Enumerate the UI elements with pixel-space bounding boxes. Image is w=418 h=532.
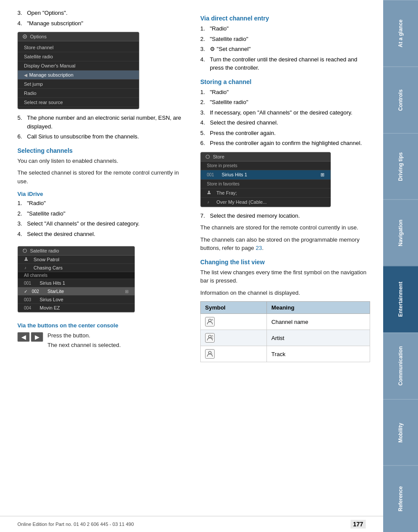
list-item: 4. Turn the controller until the desired…	[200, 55, 370, 72]
item-text: Press the controller again to confirm th…	[210, 139, 370, 148]
satellite-screen-header: Satellite radio	[18, 246, 135, 256]
item-text: "Satellite radio"	[27, 209, 187, 218]
music-note-icon: ♪	[24, 265, 30, 270]
list-item: 2. "Satellite radio"	[200, 98, 370, 107]
svg-point-7	[208, 191, 210, 192]
sidebar-tab-mobility[interactable]: Mobility	[383, 399, 418, 466]
item-number: 5.	[17, 114, 27, 131]
item-text: "Satellite radio"	[210, 98, 370, 107]
store-header: Store	[201, 152, 330, 162]
meaning-cell: Track	[267, 346, 370, 362]
via-buttons-heading: Via the buttons on the center console	[17, 322, 187, 329]
track-icon: ♪	[206, 350, 213, 357]
options-screen-header: Options	[18, 32, 139, 41]
via-buttons-text: Press the button. The next channel is se…	[47, 331, 121, 353]
options-row-manage: ◀ Manage subscription	[18, 71, 139, 80]
item-text: "Radio"	[210, 88, 370, 97]
artist-symbol	[205, 333, 215, 343]
store-in-presets-label: Store in presets	[201, 162, 330, 170]
prev-channel-button[interactable]: ◀	[17, 332, 30, 342]
satellite-icon	[22, 248, 27, 253]
sidebar-tab-at-a-glance[interactable]: At a glance	[383, 0, 418, 67]
list-item: 3. If necessary, open "All channels" or …	[200, 108, 370, 117]
selecting-para-1: You can only listen to enabled channels.	[17, 157, 187, 165]
options-row-jump: Set jump	[18, 80, 139, 89]
item-text: Select the desired channel.	[27, 230, 187, 239]
next-channel-text: The next channel is selected.	[47, 341, 121, 350]
symbol-col-header: Symbol	[201, 302, 267, 314]
next-channel-button[interactable]: ▶	[31, 332, 43, 342]
changing-para-1: The list view changes every time the fir…	[200, 268, 370, 285]
item-text: If necessary, open "All channels" or the…	[210, 108, 370, 117]
track-symbol: ♪	[205, 349, 215, 359]
options-row-display: Display Owner's Manual	[18, 61, 139, 71]
storing-para-2: The channels can also be stored on the p…	[200, 236, 370, 253]
sidebar-tab-reference[interactable]: Reference	[383, 465, 418, 532]
store-row-001: 001 Sirius Hits 1 ⊞	[201, 170, 330, 180]
item-text: "Satellite radio"	[210, 35, 370, 44]
svg-text:♪: ♪	[207, 200, 209, 204]
item-number: 1.	[17, 199, 27, 208]
options-screen: Options Store channel Satellite radio Di…	[17, 32, 139, 109]
store-row-fray: The Fray;	[201, 189, 330, 198]
preset-icon: ⊞	[125, 289, 128, 294]
via-idrive-heading: Via iDrive	[17, 191, 187, 197]
sidebar-tab-navigation[interactable]: Navigation	[383, 199, 418, 266]
options-row-satellite: Satellite radio	[18, 52, 139, 61]
changing-para-2: Information on the channel is displayed.	[200, 289, 370, 297]
svg-point-4	[25, 257, 27, 259]
symbol-table: Symbol Meaning	[200, 301, 370, 362]
selecting-channels-heading: Selecting channels	[17, 147, 187, 154]
sidebar-tab-driving-tips[interactable]: Driving tips	[383, 133, 418, 200]
options-row-radio: Radio	[18, 89, 139, 98]
item-number: 6.	[17, 132, 27, 141]
svg-text:♪: ♪	[211, 352, 212, 355]
list-item: 5. The phone number and an electronic se…	[17, 114, 187, 131]
svg-text:♪: ♪	[24, 266, 27, 269]
bottom-list: 5. The phone number and an electronic se…	[17, 114, 187, 141]
options-body: Store channel Satellite radio Display Ow…	[18, 41, 139, 109]
via-direct-list: 1. "Radio" 2. "Satellite radio" 3. ⚙ "Se…	[200, 24, 370, 72]
svg-point-1	[24, 36, 26, 37]
prev-next-buttons: ◀ ▶	[17, 332, 43, 342]
right-column: Via direct channel entry 1. "Radio" 2. "…	[200, 9, 370, 362]
press-button-text: Press the button.	[47, 331, 121, 340]
item-text: Select "All channels" or the desired cat…	[27, 219, 187, 228]
symbol-cell	[201, 314, 267, 330]
sidebar-tab-entertainment[interactable]: Entertainment	[383, 266, 418, 333]
via-idrive-list: 1. "Radio" 2. "Satellite radio" 3. Selec…	[17, 199, 187, 238]
meaning-col-header: Meaning	[267, 302, 370, 314]
list-item: 3. Select "All channels" or the desired …	[17, 219, 187, 228]
item-text: The phone number and an electronic seria…	[27, 114, 187, 131]
changing-list-heading: Changing the list view	[200, 259, 370, 266]
channel-row-004: 004 Movin EZ	[18, 304, 135, 312]
list-item: 2. "Satellite radio"	[17, 209, 187, 218]
gear-icon	[22, 34, 27, 39]
channel-name-symbol	[205, 317, 215, 327]
list-item: 4. Select the desired channel.	[200, 118, 370, 127]
svg-point-6	[206, 155, 209, 158]
music-icon: ♪	[207, 199, 211, 204]
sidebar-tab-communication[interactable]: Communication	[383, 333, 418, 399]
page-wrapper: 3. Open "Options". 4. "Manage subscripti…	[0, 0, 418, 532]
item-number: 4.	[17, 230, 27, 239]
meaning-cell: Artist	[267, 330, 370, 346]
satellite-screen-wrapper: Satellite radio Snow Patrol ♪	[17, 242, 187, 317]
item-text: "Manage subscription"	[27, 19, 187, 28]
table-row: ♪ Track	[201, 346, 370, 362]
sidebar-tab-controls[interactable]: Controls	[383, 67, 418, 133]
preset-box-icon: ⊞	[320, 172, 324, 178]
page-link-23[interactable]: 23	[256, 245, 262, 251]
channel-icon	[206, 318, 213, 325]
item-text: "Radio"	[210, 24, 370, 33]
meaning-cell: Channel name	[267, 314, 370, 330]
table-row: Channel name	[201, 314, 370, 330]
via-buttons-content: ◀ ▶ Press the button. The next channel i…	[17, 331, 187, 353]
item-number: 4.	[17, 19, 27, 28]
item-number: 1.	[200, 24, 210, 33]
footer-text: Online Edition for Part no. 01 40 2 606 …	[17, 522, 134, 527]
person-icon	[207, 190, 211, 195]
symbol-cell	[201, 330, 267, 346]
list-item: 6. Call Sirius to unsubscribe from the c…	[17, 132, 187, 141]
artist-icon	[206, 334, 213, 341]
